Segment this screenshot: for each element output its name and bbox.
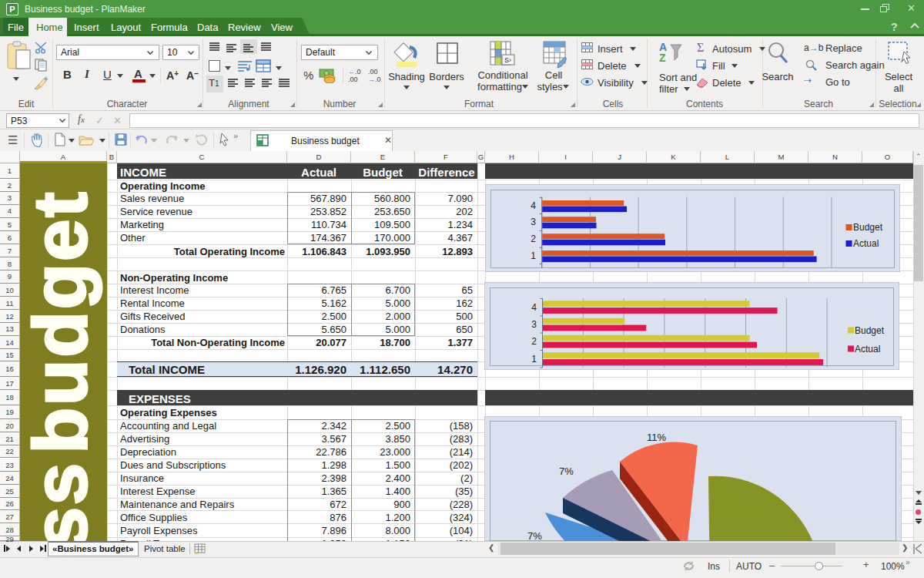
svg-text:2: 2	[531, 336, 537, 347]
svg-text:7%: 7%	[559, 465, 574, 477]
svg-text:7%: 7%	[527, 530, 542, 541]
svg-text:11%: 11%	[647, 432, 666, 443]
svg-text:4: 4	[531, 200, 536, 211]
svg-text:Budget: Budget	[855, 325, 885, 336]
svg-text:3: 3	[531, 217, 536, 227]
svg-text:1: 1	[531, 250, 536, 261]
svg-text:4: 4	[531, 302, 537, 313]
svg-text:3: 3	[531, 319, 537, 330]
svg-text:Actual: Actual	[853, 238, 879, 249]
svg-text:1: 1	[531, 354, 537, 365]
svg-text:S›: S›	[504, 56, 511, 64]
svg-text:Actual: Actual	[855, 344, 880, 355]
svg-text:2: 2	[531, 234, 536, 244]
svg-text:Budget: Budget	[853, 222, 883, 233]
